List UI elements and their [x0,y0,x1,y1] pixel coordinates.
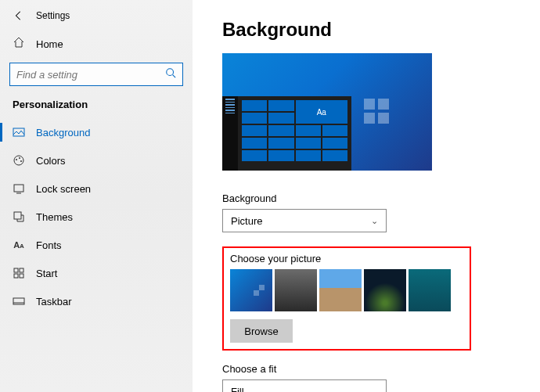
sidebar-item-start[interactable]: Start [0,259,193,287]
sidebar-item-background[interactable]: Background [0,118,193,146]
sidebar-item-taskbar[interactable]: Taskbar [0,287,193,315]
home-nav[interactable]: Home [0,30,193,58]
background-select[interactable]: Picture ⌄ [222,209,387,232]
picture-thumb-2[interactable] [275,269,317,311]
palette-icon [13,154,25,167]
browse-button[interactable]: Browse [230,319,293,343]
sidebar-item-colors[interactable]: Colors [0,146,193,174]
background-label: Background [222,192,524,204]
svg-rect-11 [20,268,23,272]
preview-tile-text: Aa [296,100,348,124]
sidebar-item-label: Fonts [36,239,62,251]
fonts-icon: AA [13,239,25,251]
svg-rect-10 [14,268,18,272]
svg-point-0 [167,69,174,76]
svg-point-6 [20,160,22,162]
svg-rect-12 [14,274,18,278]
page-title: Background [222,19,524,41]
start-icon [13,267,25,279]
background-preview: Aa [222,53,432,171]
choose-picture-section: Choose your picture Browse [222,246,471,351]
lockscreen-icon [13,182,25,195]
choose-picture-label: Choose your picture [230,253,463,264]
chevron-down-icon: ⌄ [371,387,378,393]
svg-point-5 [19,157,20,159]
sidebar-item-fonts[interactable]: AA Fonts [0,231,193,259]
fit-select[interactable]: Fill ⌄ [222,379,387,392]
sidebar-item-label: Lock screen [36,183,91,195]
svg-point-4 [16,159,17,160]
picture-icon [13,126,25,138]
fit-select-value: Fill [231,386,244,393]
svg-rect-14 [13,298,24,304]
fit-label: Choose a fit [222,363,524,375]
background-select-value: Picture [231,215,262,227]
picture-thumb-3[interactable] [319,269,362,311]
search-icon [165,67,176,81]
sidebar-item-label: Themes [36,211,73,223]
svg-line-1 [173,75,176,78]
sidebar-item-label: Colors [36,155,66,167]
picture-thumb-4[interactable] [364,269,406,311]
taskbar-icon [13,295,25,307]
picture-thumb-5[interactable] [409,269,451,311]
svg-rect-9 [14,212,21,219]
search-input[interactable] [16,69,165,81]
sidebar-item-label: Start [36,268,57,279]
svg-rect-13 [20,274,23,278]
home-icon [13,36,25,52]
sidebar-item-label: Background [36,127,90,138]
chevron-down-icon: ⌄ [371,216,378,226]
svg-rect-7 [14,185,23,192]
svg-point-3 [14,156,23,165]
sidebar-item-lockscreen[interactable]: Lock screen [0,174,193,203]
sidebar-item-themes[interactable]: Themes [0,203,193,231]
sidebar-item-label: Taskbar [36,296,72,307]
back-button[interactable] [13,9,25,22]
themes-icon [13,210,25,223]
section-title: Personalization [0,94,193,118]
app-title: Settings [36,10,70,21]
picture-thumb-1[interactable] [230,269,272,311]
home-label: Home [36,38,63,50]
search-input-wrapper[interactable] [9,63,183,86]
